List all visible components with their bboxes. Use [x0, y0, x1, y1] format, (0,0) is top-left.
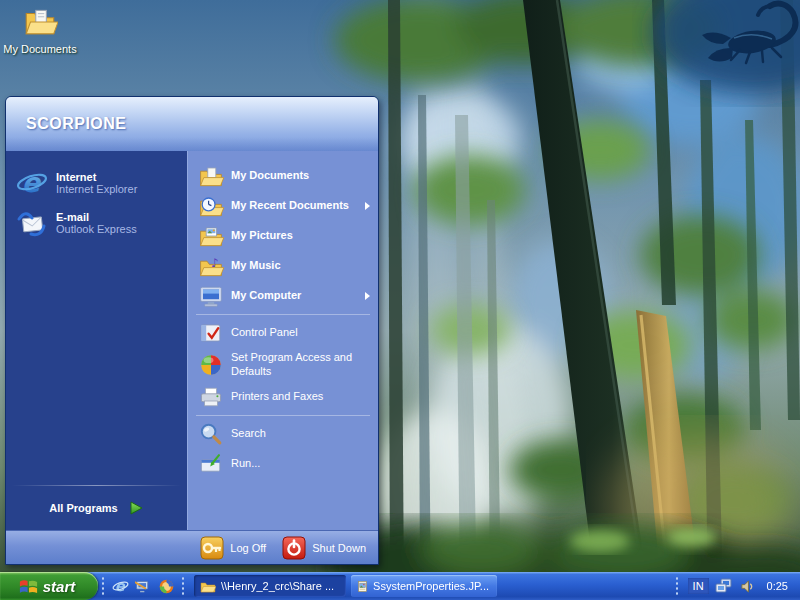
task-button-henry-share[interactable]: \\Henry_2_crc\Share ... [194, 575, 346, 597]
search-icon [198, 422, 224, 446]
menu-item-run[interactable]: Run... [188, 449, 378, 479]
quick-launch-bar: e [108, 576, 178, 596]
log-off-button[interactable]: Log Off [200, 536, 266, 560]
my-computer-icon [198, 284, 224, 308]
my-recent-documents-icon [198, 194, 224, 218]
task-buttons: \\Henry_2_crc\Share ... SsystemPropertie… [194, 575, 497, 597]
all-programs-label: All Programs [49, 502, 117, 514]
start-menu: SCORPIONE e Internet Internet Explorer [5, 96, 379, 565]
separator [196, 314, 370, 315]
quick-launch-media-player[interactable] [156, 576, 176, 596]
start-button-label: start [43, 578, 80, 595]
media-player-icon [158, 578, 175, 595]
desktop-icon-my-documents[interactable]: My Documents [2, 4, 78, 55]
windows-flag-icon [19, 577, 38, 596]
menu-item-label: My Computer [231, 289, 354, 303]
menu-item-set-program-access[interactable]: Set Program Access and Defaults [188, 348, 378, 382]
desktop: My Documents SCORPIONE e Internet [0, 0, 800, 600]
shut-down-button[interactable]: Shut Down [282, 536, 366, 560]
start-button[interactable]: start [0, 572, 98, 600]
set-program-access-icon [198, 352, 224, 378]
quick-launch-handle[interactable] [101, 576, 105, 596]
volume-tray-icon[interactable] [739, 578, 757, 594]
svg-text:e: e [115, 578, 126, 594]
menu-item-label: My Recent Documents [231, 199, 354, 213]
menu-item-label: Control Panel [231, 326, 370, 340]
menu-item-my-recent-documents[interactable]: My Recent Documents [188, 191, 378, 221]
menu-item-label: E-mail [56, 211, 137, 223]
image-file-icon [357, 579, 368, 594]
menu-item-my-pictures[interactable]: My Pictures [188, 221, 378, 251]
separator [12, 485, 181, 486]
separator [196, 415, 370, 416]
menu-item-label: Printers and Faxes [231, 390, 370, 404]
internet-explorer-icon: e [112, 578, 129, 595]
tray-handle[interactable] [675, 576, 679, 596]
my-documents-folder-icon [22, 4, 58, 38]
menu-item-printers-and-faxes[interactable]: Printers and Faxes [188, 382, 378, 412]
user-name: SCORPIONE [26, 115, 127, 133]
menu-item-label: Internet [56, 171, 137, 183]
language-indicator[interactable]: IN [688, 578, 709, 594]
control-panel-icon [198, 321, 224, 345]
menu-item-label: Search [231, 427, 370, 441]
shut-down-label: Shut Down [312, 542, 366, 554]
menu-item-label: Run... [231, 457, 370, 471]
start-menu-header: SCORPIONE [6, 97, 378, 151]
printer-icon [198, 385, 224, 409]
start-menu-footer: Log Off Shut Down [6, 530, 378, 564]
menu-item-label: My Music [231, 259, 370, 273]
task-button-label: SsystemProperties.JP... [373, 580, 489, 592]
network-icon [715, 578, 733, 594]
menu-item-my-music[interactable]: ♪ My Music [188, 251, 378, 281]
menu-item-search[interactable]: Search [188, 419, 378, 449]
svg-text:e: e [22, 167, 42, 198]
system-tray: IN 0:25 [672, 572, 800, 600]
submenu-arrow-icon [365, 292, 370, 300]
menu-item-sublabel: Outlook Express [56, 223, 137, 235]
menu-item-my-documents[interactable]: My Documents [188, 161, 378, 191]
menu-item-label: My Documents [231, 169, 370, 183]
quick-launch-show-desktop[interactable] [133, 576, 153, 596]
taskbar-handle[interactable] [181, 576, 185, 596]
task-button-label: \\Henry_2_crc\Share ... [221, 580, 334, 592]
desktop-icon-label: My Documents [2, 43, 78, 55]
outlook-express-icon [16, 207, 48, 239]
my-pictures-icon [198, 224, 224, 248]
log-off-key-icon [200, 536, 224, 560]
my-documents-icon [198, 164, 224, 188]
shut-down-power-icon [282, 536, 306, 560]
taskbar-clock[interactable]: 0:25 [763, 580, 792, 592]
quick-launch-internet-explorer[interactable]: e [110, 576, 130, 596]
start-menu-left-column: e Internet Internet Explorer [6, 151, 187, 530]
menu-item-my-computer[interactable]: My Computer [188, 281, 378, 311]
submenu-arrow-icon [365, 202, 370, 210]
menu-item-label: Set Program Access and Defaults [231, 351, 370, 379]
log-off-label: Log Off [230, 542, 266, 554]
all-programs-arrow-icon [128, 500, 144, 516]
menu-item-label: My Pictures [231, 229, 370, 243]
show-desktop-icon [135, 578, 152, 595]
menu-item-sublabel: Internet Explorer [56, 183, 137, 195]
run-icon [198, 452, 224, 476]
my-music-icon: ♪ [198, 254, 224, 278]
all-programs-button[interactable]: All Programs [6, 492, 187, 530]
task-button-system-properties[interactable]: SsystemProperties.JP... [351, 575, 497, 597]
menu-item-internet[interactable]: e Internet Internet Explorer [6, 163, 187, 203]
internet-explorer-icon: e [16, 167, 48, 199]
taskbar: start e [0, 572, 800, 600]
start-menu-right-column: My Documents My Recent Documents [187, 151, 378, 530]
folder-icon [200, 579, 216, 593]
network-tray-icon[interactable] [715, 578, 733, 594]
volume-icon [740, 579, 755, 594]
menu-item-email[interactable]: E-mail Outlook Express [6, 203, 187, 243]
menu-item-control-panel[interactable]: Control Panel [188, 318, 378, 348]
